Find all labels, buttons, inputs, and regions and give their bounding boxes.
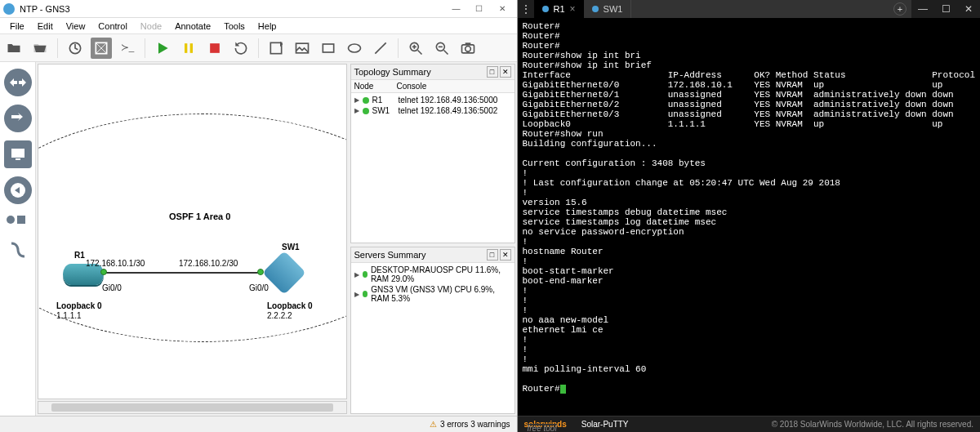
warning-icon[interactable]: ⚠ <box>430 420 437 429</box>
reload-icon[interactable] <box>65 38 86 59</box>
term-maximize-icon[interactable]: ☐ <box>934 0 957 18</box>
close-button[interactable]: ✕ <box>491 1 514 17</box>
menu-bar: File Edit View Control Node Annotate Too… <box>0 18 517 34</box>
svg-line-16 <box>444 50 448 54</box>
play-icon[interactable] <box>152 38 173 59</box>
tab-sw1[interactable]: SW1 <box>584 0 631 18</box>
snapshot-icon[interactable] <box>91 38 112 59</box>
pause-icon[interactable] <box>178 38 199 59</box>
node-row[interactable]: ▶ R1 telnet 192.168.49.136:5000 <box>353 95 513 105</box>
line-icon[interactable] <box>370 38 391 59</box>
status-dot-icon <box>363 291 368 297</box>
minimize-button[interactable]: — <box>445 1 468 17</box>
port-dot-r1 <box>100 269 107 275</box>
menu-control[interactable]: Control <box>91 20 133 33</box>
menu-view[interactable]: View <box>60 20 92 33</box>
terminal-status-bar: solarwinds Solar-PuTTY free tool © 2018 … <box>518 416 981 432</box>
router-category-icon[interactable] <box>4 69 32 96</box>
image-icon[interactable] <box>292 38 313 59</box>
r1-loop-ip: 1.1.1.1 <box>56 311 82 320</box>
panel-close-icon[interactable]: ✕ <box>500 249 511 261</box>
status-dot-icon <box>363 97 369 104</box>
area-label: OSPF 1 Area 0 <box>169 212 230 221</box>
topology-panel-title: Topology Summary □ ✕ <box>351 65 514 80</box>
switch-category-icon[interactable] <box>4 105 32 132</box>
toolbar: ≻_ <box>0 34 517 62</box>
zoom-out-icon[interactable] <box>431 38 452 59</box>
terminal-output[interactable]: Router# Router# Router# Router#show ip i… <box>518 18 981 416</box>
sw1-loop-ip: 2.2.2.2 <box>267 311 292 320</box>
menu-node: Node <box>134 20 168 33</box>
topology-canvas[interactable]: OSPF 1 Area 0 R1 172.168.10.1/30 Gi0/0 L… <box>38 64 347 399</box>
expand-icon[interactable]: ▶ <box>354 291 359 298</box>
restart-icon[interactable] <box>230 38 252 59</box>
menu-edit[interactable]: Edit <box>31 20 60 33</box>
term-close-icon[interactable]: ✕ <box>957 0 980 18</box>
col-node: Node <box>351 80 394 92</box>
term-menu-icon[interactable]: ⋮ <box>518 0 534 18</box>
screenshot-icon[interactable] <box>457 38 479 59</box>
svg-text:≻_: ≻_ <box>121 42 135 52</box>
menu-file[interactable]: File <box>3 20 31 33</box>
svg-rect-6 <box>270 42 281 53</box>
server-row[interactable]: ▶ GNS3 VM (GNS3 VM) CPU 6.9%, RAM 5.3% <box>353 284 513 304</box>
tab-dot-icon <box>592 6 599 12</box>
terminal-tabs: R1 × SW1 + <box>534 0 912 18</box>
annotate-text-icon[interactable] <box>265 38 287 59</box>
copyright: © 2018 SolarWinds Worldwide, LLC. All ri… <box>772 420 973 429</box>
link-line[interactable] <box>104 272 261 274</box>
svg-point-9 <box>349 44 361 52</box>
save-icon[interactable] <box>29 38 51 59</box>
sw1-ip: 172.168.10.2/30 <box>179 259 238 268</box>
svg-rect-20 <box>466 42 471 45</box>
terminal-window: ⋮ R1 × SW1 + — ☐ ✕ Router# Router# Route… <box>518 0 981 432</box>
zoom-in-icon[interactable] <box>405 38 426 59</box>
svg-rect-4 <box>190 43 193 53</box>
tab-close-icon[interactable]: × <box>570 3 576 15</box>
horizontal-scrollbar[interactable] <box>38 401 347 414</box>
expand-icon[interactable]: ▶ <box>354 96 359 104</box>
svg-rect-25 <box>17 216 25 224</box>
panel-undock-icon[interactable]: □ <box>487 66 498 78</box>
add-tab-icon[interactable]: + <box>893 2 906 16</box>
node-row[interactable]: ▶ SW1 telnet 192.168.49.136:5002 <box>353 105 513 116</box>
open-icon[interactable] <box>3 38 24 59</box>
panel-close-icon[interactable]: ✕ <box>500 66 511 78</box>
add-link-icon[interactable] <box>3 235 33 265</box>
maximize-button[interactable]: ☐ <box>468 1 491 17</box>
sw1-label: SW1 <box>282 243 300 252</box>
stop-icon[interactable] <box>204 38 225 59</box>
security-device-icon[interactable] <box>4 176 32 204</box>
server-row[interactable]: ▶ DESKTOP-MRAUOSP CPU 11.6%, RAM 29.0% <box>353 265 513 284</box>
svg-rect-22 <box>16 158 20 160</box>
menu-tools[interactable]: Tools <box>217 20 252 33</box>
col-console: Console <box>394 80 430 92</box>
end-device-icon[interactable] <box>4 140 32 168</box>
window-title: NTP - GNS3 <box>20 4 445 14</box>
svg-rect-3 <box>185 43 187 53</box>
expand-icon[interactable]: ▶ <box>354 107 359 114</box>
svg-rect-21 <box>11 149 24 158</box>
tab-r1[interactable]: R1 × <box>534 0 584 18</box>
status-bar: ⚠ 3 errors 3 warnings <box>0 416 517 432</box>
menu-help[interactable]: Help <box>252 20 283 33</box>
panel-undock-icon[interactable]: □ <box>487 249 498 261</box>
ellipse-icon[interactable] <box>344 38 365 59</box>
status-text[interactable]: 3 errors 3 warnings <box>440 420 510 429</box>
console-icon[interactable]: ≻_ <box>117 38 138 59</box>
device-toolbar <box>0 62 36 416</box>
expand-icon[interactable]: ▶ <box>354 271 359 278</box>
r1-if: Gi0/0 <box>102 283 122 292</box>
misc-devices-icon[interactable] <box>3 212 33 227</box>
status-dot-icon <box>363 108 369 114</box>
gns3-window: NTP - GNS3 — ☐ ✕ File Edit View Control … <box>0 0 518 432</box>
term-minimize-icon[interactable]: — <box>911 0 934 18</box>
svg-line-12 <box>418 50 422 54</box>
svg-point-19 <box>466 46 471 51</box>
svg-rect-5 <box>210 43 220 53</box>
menu-annotate[interactable]: Annotate <box>168 20 217 33</box>
rect-icon[interactable] <box>318 38 339 59</box>
sw1-if: Gi0/0 <box>249 283 269 292</box>
svg-line-10 <box>375 42 385 53</box>
port-dot-sw1 <box>257 269 264 275</box>
